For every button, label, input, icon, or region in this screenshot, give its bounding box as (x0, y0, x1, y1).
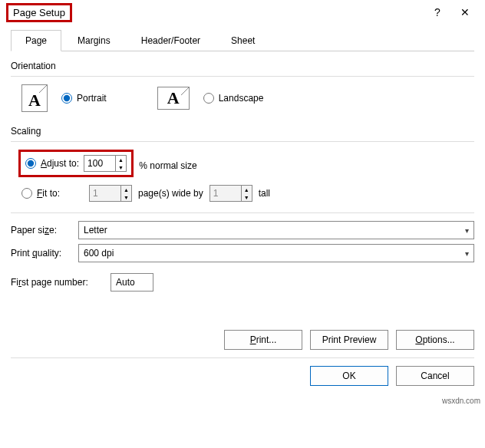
adjust-to-radio[interactable]: Adjust to: (25, 158, 79, 169)
paper-size-combo[interactable]: Letter ▾ (78, 221, 474, 239)
options-button[interactable]: Options... (396, 330, 474, 350)
landscape-radio[interactable]: Landscape (203, 93, 264, 104)
scaling-rule (11, 141, 474, 142)
help-button[interactable]: ? (424, 6, 451, 18)
chevron-down-icon: ▾ (465, 249, 469, 258)
tab-header-footer[interactable]: Header/Footer (127, 30, 215, 51)
watermark: wsxdn.com (442, 397, 480, 405)
adjust-to-label: Adjust to: (41, 158, 79, 169)
scaling-area: Adjust to: ▲▼ % normal size Fit to: ▲▼ p… (11, 150, 474, 212)
pages-wide-by-label: page(s) wide by (138, 188, 203, 199)
portrait-radio-label: Portrait (77, 93, 107, 104)
spinner-up-icon[interactable]: ▲ (116, 156, 126, 163)
orientation-group-label: Orientation (11, 61, 474, 71)
tab-page[interactable]: Page (11, 30, 61, 51)
landscape-radio-label: Landscape (219, 93, 264, 104)
orientation-row: A Portrait A Landscape (11, 84, 474, 123)
titlebar: Page Setup ? ✕ (0, 0, 485, 25)
orientation-rule (11, 76, 474, 77)
chevron-down-icon: ▾ (465, 226, 469, 235)
tab-sheet[interactable]: Sheet (216, 30, 269, 51)
cancel-button[interactable]: Cancel (396, 366, 474, 386)
portrait-icon: A (21, 84, 48, 112)
spinner-up-icon[interactable]: ▲ (242, 186, 252, 193)
portrait-radio-input[interactable] (61, 93, 72, 104)
fit-wide-value[interactable] (90, 186, 120, 201)
first-page-input[interactable]: Auto (111, 273, 153, 292)
fit-to-label: Fit to: (37, 188, 60, 199)
close-button[interactable]: ✕ (451, 6, 479, 18)
adjust-to-highlight: Adjust to: ▲▼ (18, 150, 134, 177)
paper-size-row: Paper size: Letter ▾ (11, 221, 474, 239)
portrait-radio[interactable]: Portrait (61, 93, 107, 104)
ok-button[interactable]: OK (310, 366, 388, 386)
dialog-title: Page Setup (6, 3, 72, 22)
tall-label: tall (259, 188, 270, 199)
print-quality-value: 600 dpi (84, 248, 114, 259)
dialog-body: Page Margins Header/Footer Sheet Orienta… (0, 25, 485, 292)
normal-size-label: % normal size (139, 160, 196, 171)
tab-margins[interactable]: Margins (63, 30, 125, 51)
landscape-radio-input[interactable] (203, 93, 214, 104)
print-preview-button[interactable]: Print Preview (310, 330, 388, 350)
action-row-lower: OK Cancel (0, 358, 485, 394)
spinner-down-icon[interactable]: ▼ (242, 193, 252, 201)
print-button[interactable]: Print... (224, 330, 302, 350)
paper-rule (11, 212, 474, 213)
fit-tall-value[interactable] (210, 186, 241, 201)
first-page-label: First page number: (11, 277, 111, 288)
adjust-to-radio-input[interactable] (25, 158, 36, 169)
print-quality-label: Print quality: (11, 248, 78, 259)
scaling-group-label: Scaling (11, 126, 474, 137)
paper-size-value: Letter (84, 225, 107, 236)
adjust-to-value[interactable] (84, 156, 115, 171)
fit-to-row: Fit to: ▲▼ page(s) wide by ▲▼ tall (21, 185, 474, 202)
spinner-down-icon[interactable]: ▼ (121, 193, 131, 201)
tab-strip: Page Margins Header/Footer Sheet (11, 29, 474, 51)
fit-to-radio-input[interactable] (21, 188, 32, 199)
fit-to-radio[interactable]: Fit to: (21, 188, 60, 199)
spinner-up-icon[interactable]: ▲ (121, 186, 131, 193)
paper-size-label: Paper size: (11, 225, 78, 236)
first-page-row: First page number: Auto (11, 273, 474, 292)
adjust-to-spinner[interactable]: ▲▼ (84, 155, 127, 172)
fit-wide-spinner[interactable]: ▲▼ (89, 185, 132, 202)
spinner-down-icon[interactable]: ▼ (116, 163, 126, 171)
print-quality-combo[interactable]: 600 dpi ▾ (78, 244, 474, 262)
action-row-upper: Print... Print Preview Options... (0, 315, 485, 357)
fit-tall-spinner[interactable]: ▲▼ (210, 185, 252, 202)
print-quality-row: Print quality: 600 dpi ▾ (11, 244, 474, 262)
landscape-icon: A (157, 87, 190, 110)
